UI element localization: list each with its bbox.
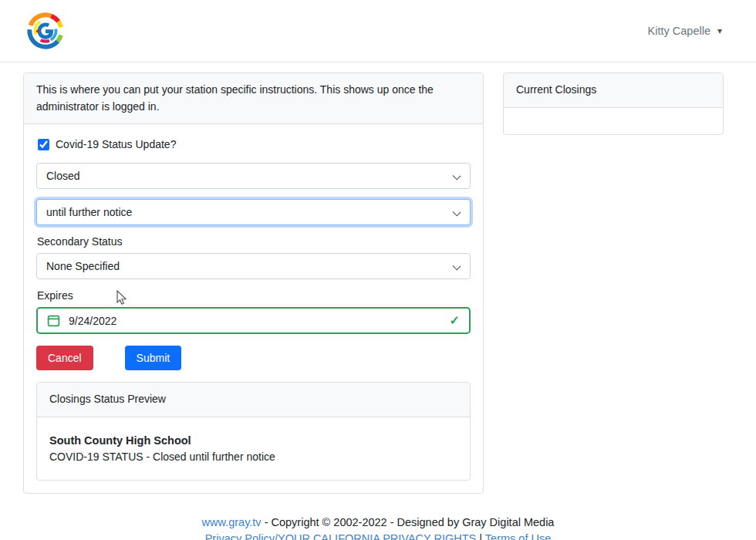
expires-label: Expires xyxy=(37,289,471,302)
caret-down-icon: ▾ xyxy=(717,25,722,36)
user-menu[interactable]: Kitty Capelle ▾ xyxy=(648,25,722,37)
status-form-card: This is where you can put your station s… xyxy=(23,73,484,494)
current-closings-title: Current Closings xyxy=(504,73,723,108)
closings-status-preview-card: Closings Status Preview South County Hig… xyxy=(36,382,471,481)
chevron-down-icon xyxy=(453,172,461,181)
covid-status-checkbox[interactable] xyxy=(38,139,49,150)
form-actions: Cancel Submit xyxy=(36,346,471,370)
closings-status-preview-body: South County High School COVID-19 STATUS… xyxy=(37,417,470,480)
duration-select[interactable]: until further notice xyxy=(36,199,471,225)
covid-status-checkbox-row: Covid-19 Status Update? xyxy=(38,138,471,150)
copyright-text: - Copyright © 2002-2022 - Designed by Gr… xyxy=(265,516,555,528)
cancel-button[interactable]: Cancel xyxy=(36,346,93,370)
status-form-body: Covid-19 Status Update? Closed until fur… xyxy=(24,124,483,493)
secondary-status-select-value: None Specified xyxy=(46,260,120,272)
page-footer: www.gray.tv - Copyright © 2002-2022 - De… xyxy=(0,515,756,540)
valid-check-icon: ✓ xyxy=(450,313,460,328)
station-instructions-notice: This is where you can put your station s… xyxy=(24,73,483,124)
covid-status-checkbox-label: Covid-19 Status Update? xyxy=(56,138,176,150)
duration-select-value: until further notice xyxy=(46,206,132,218)
content-area: This is where you can put your station s… xyxy=(0,62,756,494)
terms-of-use-link[interactable]: Terms of Use xyxy=(485,532,551,540)
status-select-value: Closed xyxy=(46,170,80,182)
calendar-icon[interactable] xyxy=(47,314,60,327)
chevron-down-icon xyxy=(453,262,461,271)
top-navbar: Kitty Capelle ▾ xyxy=(0,0,756,62)
current-closings-card: Current Closings xyxy=(503,73,724,135)
expires-date-field[interactable]: ✓ xyxy=(36,307,471,334)
footer-separator: | xyxy=(479,532,482,540)
closings-status-preview-title: Closings Status Preview xyxy=(37,383,470,417)
chevron-down-icon xyxy=(453,208,461,217)
privacy-policy-link[interactable]: Privacy Policy/YOUR CALIFORNIA PRIVACY R… xyxy=(205,532,477,540)
expires-date-input[interactable] xyxy=(69,315,441,327)
gray-tv-logo-icon[interactable] xyxy=(25,10,66,52)
status-select[interactable]: Closed xyxy=(36,163,471,189)
gray-tv-link[interactable]: www.gray.tv xyxy=(202,516,262,528)
secondary-status-label: Secondary Status xyxy=(37,235,471,248)
preview-entry-name: South County High School xyxy=(49,434,457,447)
footer-legal-line: Privacy Policy/YOUR CALIFORNIA PRIVACY R… xyxy=(0,531,756,540)
secondary-status-select[interactable]: None Specified xyxy=(36,253,471,279)
submit-button[interactable]: Submit xyxy=(125,346,182,370)
page: Kitty Capelle ▾ This is where you can pu… xyxy=(0,0,756,540)
current-closings-body xyxy=(504,108,723,134)
user-name: Kitty Capelle xyxy=(648,25,710,37)
footer-copyright-line: www.gray.tv - Copyright © 2002-2022 - De… xyxy=(0,515,756,531)
preview-entry-status: COVID-19 STATUS - Closed until further n… xyxy=(49,451,457,463)
